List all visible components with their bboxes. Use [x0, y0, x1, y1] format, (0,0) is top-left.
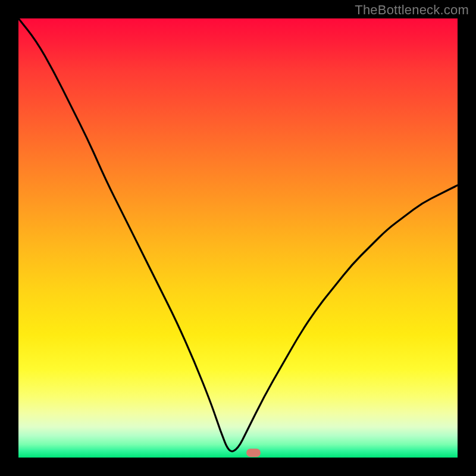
plot-area — [18, 18, 458, 458]
curve-path — [18, 18, 458, 452]
attribution-text: TheBottleneck.com — [355, 2, 469, 18]
bottleneck-curve — [18, 18, 458, 458]
chart-frame: TheBottleneck.com — [0, 0, 476, 476]
optimal-marker — [246, 449, 261, 457]
